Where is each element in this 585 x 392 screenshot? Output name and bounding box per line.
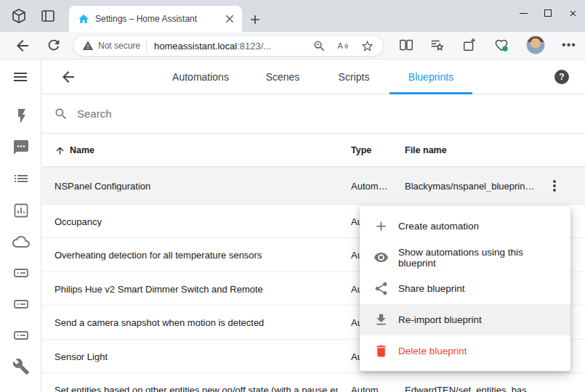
browser-tab[interactable]: Settings – Home Assistant — [69, 6, 242, 32]
row-type: Autom… — [351, 384, 388, 392]
menu-item-delete-blueprint[interactable]: Delete blueprint — [360, 335, 570, 367]
help-button[interactable]: ? — [554, 70, 569, 84]
table-row[interactable]: NSPanel Configuration Autom… Blackymas/n… — [42, 167, 585, 205]
tab-close-icon[interactable] — [223, 12, 236, 25]
server-icon — [12, 264, 30, 282]
download-icon — [374, 312, 389, 327]
omnibox-actions: A — [312, 39, 374, 53]
lightning-icon — [12, 107, 30, 125]
menu-item-show-automations[interactable]: Show automations using this blueprint — [360, 242, 570, 273]
row-name: Sensor Light — [55, 351, 108, 362]
favorite-star-icon[interactable] — [360, 39, 374, 53]
refresh-button[interactable] — [46, 37, 63, 54]
window-close-button[interactable] — [560, 0, 585, 26]
browser-titlebar: Settings – Home Assistant — [0, 0, 585, 32]
menu-item-reimport-blueprint[interactable]: Re-import blueprint — [360, 304, 570, 335]
workspaces-icon[interactable] — [10, 7, 28, 25]
row-name: Philips Hue v2 Smart Dimmer Switch and R… — [55, 283, 263, 294]
trash-icon — [374, 343, 389, 359]
sidebar-item-server-2[interactable] — [12, 295, 30, 313]
search-input[interactable] — [77, 107, 295, 120]
tab-actions-icon[interactable] — [39, 7, 57, 25]
url-text[interactable]: homeassistant.local:8123/... — [154, 41, 271, 52]
sidebar-item-logbook[interactable] — [12, 170, 30, 187]
home-assistant-favicon — [78, 13, 89, 25]
browser-essentials-icon[interactable] — [493, 37, 511, 54]
row-name: Set entities based on other entities new… — [55, 384, 338, 392]
row-type: Autom… — [351, 180, 388, 191]
sidebar-item-cloud[interactable] — [12, 233, 30, 250]
new-tab-button[interactable] — [248, 12, 262, 27]
tab-automations[interactable]: Automations — [172, 60, 229, 94]
tab-blueprints[interactable]: Blueprints — [408, 60, 453, 94]
ha-header: Automations Scenes Scripts Blueprints ? — [42, 60, 585, 94]
table-row[interactable]: Set entities based on other entities new… — [42, 373, 585, 392]
url-path: :8123/... — [237, 41, 271, 52]
tab-title: Settings – Home Assistant — [95, 14, 223, 24]
row-file: Blackymas/nspanel_blueprin… — [405, 180, 534, 191]
menu-item-label: Create automation — [398, 221, 479, 232]
row-name: Occupancy — [55, 216, 102, 226]
favorites-icon[interactable] — [429, 37, 446, 54]
profile-avatar[interactable] — [526, 36, 545, 54]
sidebar-item-history[interactable] — [12, 202, 30, 219]
table-header: Name Type File name — [42, 134, 585, 167]
omnibox-divider — [146, 40, 147, 52]
search-icon — [54, 107, 68, 121]
sidebar-menu-icon[interactable] — [12, 68, 29, 86]
eye-icon — [374, 250, 389, 265]
menu-item-share-blueprint[interactable]: Share blueprint — [360, 273, 570, 304]
ha-back-button[interactable] — [60, 68, 77, 86]
sidebar-item-server-1[interactable] — [12, 264, 30, 282]
sidebar-item-tools[interactable] — [12, 358, 30, 375]
row-file: EdwardTEN/set_entities_bas… — [405, 384, 536, 392]
minimize-icon — [520, 13, 528, 14]
column-header-file[interactable]: File name — [405, 145, 447, 155]
tab-scenes[interactable]: Scenes — [266, 60, 300, 94]
menu-item-label: Re-import blueprint — [398, 314, 482, 325]
server-icon — [12, 295, 30, 313]
row-name: Send a camera snapshot when motion is de… — [55, 317, 264, 328]
tab-scripts[interactable]: Scripts — [339, 60, 370, 94]
bar-chart-icon — [12, 202, 30, 219]
close-icon — [568, 9, 578, 18]
column-header-type[interactable]: Type — [351, 145, 371, 155]
column-header-name[interactable]: Name — [55, 134, 94, 167]
kebab-icon — [546, 177, 563, 195]
menu-item-label: Delete blueprint — [398, 346, 467, 356]
address-bar[interactable]: Not secure homeassistant.local:8123/... … — [73, 35, 384, 57]
sidebar-item-assist[interactable] — [12, 139, 30, 156]
security-status-label[interactable]: Not secure — [98, 41, 140, 51]
menu-item-label: Share blueprint — [398, 283, 465, 294]
row-name: NSPanel Configuration — [55, 180, 150, 191]
not-secure-warning-icon — [82, 40, 94, 52]
menu-item-label: Show automations using this blueprint — [398, 247, 557, 269]
sort-arrow-icon — [55, 145, 65, 156]
split-screen-icon[interactable] — [398, 37, 416, 54]
list-icon — [12, 170, 30, 187]
share-icon — [374, 281, 389, 296]
window-maximize-button[interactable] — [536, 0, 560, 26]
browser-menu-icon[interactable]: ••• — [560, 37, 578, 54]
wrench-icon — [12, 358, 30, 375]
url-host: homeassistant.local — [154, 41, 237, 52]
back-button[interactable] — [14, 37, 31, 54]
sidebar-item-server-3[interactable] — [12, 327, 30, 344]
browser-toolbar: Not secure homeassistant.local:8123/... … — [0, 32, 585, 60]
cloud-icon — [12, 233, 30, 250]
sidebar-item-energy[interactable] — [12, 107, 30, 125]
ha-sidebar — [0, 60, 41, 392]
search-row — [42, 94, 585, 134]
chat-icon — [12, 139, 30, 156]
row-name: Overheating detection for all temperatur… — [55, 250, 262, 261]
server-icon — [12, 327, 30, 344]
menu-item-create-automation[interactable]: Create automation — [360, 211, 570, 242]
collections-icon[interactable] — [461, 37, 479, 54]
read-aloud-icon[interactable]: A — [336, 39, 350, 53]
zoom-icon[interactable] — [312, 39, 326, 53]
svg-text:A: A — [338, 41, 344, 50]
column-header-name-label: Name — [70, 145, 94, 155]
row-overflow-button[interactable] — [546, 177, 563, 195]
window-minimize-button[interactable] — [511, 0, 536, 26]
window-controls — [511, 0, 585, 26]
